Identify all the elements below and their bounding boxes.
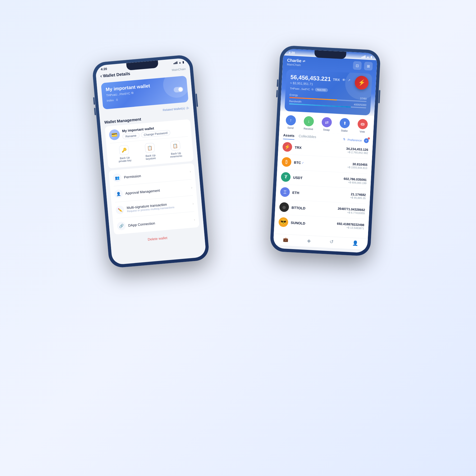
backup-mnemonic-icon: 📋: [170, 140, 180, 151]
action-stake[interactable]: ⬆ Stake: [339, 118, 350, 132]
nav-history-icon: ↺: [329, 239, 334, 245]
action-send[interactable]: ↑ Send: [285, 115, 296, 130]
nav-profile-icon: 👤: [352, 240, 358, 246]
volume-up-button[interactable]: [93, 97, 95, 105]
eth-symbol: ETH: [292, 190, 299, 195]
change-password-button[interactable]: Change Password: [141, 130, 171, 138]
add-asset-button[interactable]: +1: [364, 138, 369, 143]
trx-icon: ⚡: [282, 142, 292, 152]
backup-keystore[interactable]: 📋 Back Up keystore: [144, 143, 156, 161]
wifi-icon: ▲: [178, 61, 181, 64]
page-title: Wallet Details: [103, 71, 130, 78]
wallet-avatar: 💳: [109, 129, 120, 140]
tabs-right: ⇅ Preference +1: [343, 137, 369, 143]
bttold-icon: ◎: [279, 202, 289, 212]
tron-logo: ⚡: [354, 76, 369, 90]
receive-icon: ↓: [304, 116, 314, 127]
sunold-icon: 😎: [278, 217, 289, 227]
permission-icon: 👥: [113, 173, 122, 182]
back-arrow-icon: ‹: [100, 73, 102, 79]
approval-icon: 👤: [114, 189, 123, 199]
signal-icon: [173, 61, 178, 64]
address-copy-icon[interactable]: ⧉: [312, 88, 314, 91]
balance-eye-icon[interactable]: 👁: [342, 78, 346, 82]
tab-collectibles[interactable]: Collectibles: [299, 134, 317, 141]
eth-values: 21.174682 ≈$ 85,885.35: [350, 192, 366, 200]
tab-assets[interactable]: Assets: [283, 133, 295, 140]
wallet-info: My important wallet Rename Change Passwo…: [122, 123, 187, 139]
backup-private-key-icon: 🔑: [119, 145, 129, 155]
nav-assets[interactable]: 💼: [283, 237, 288, 242]
left-phone: 4:20 ▲ ▮: [92, 54, 210, 268]
bttold-values: 2648771.04328662 ≈$ 6.77419355: [337, 207, 365, 214]
battery-icon: ▮: [182, 60, 184, 64]
action-receive[interactable]: ↓ Receive: [303, 116, 314, 131]
chevron-right-icon-3: ›: [192, 201, 194, 205]
nav-collections[interactable]: ◈: [307, 238, 311, 244]
permission-label: Permission: [124, 170, 187, 179]
scan-button[interactable]: ⊞: [364, 62, 373, 71]
btc-symbol: BTC: [294, 160, 301, 164]
status-time-right: 4:20: [289, 51, 295, 55]
backup-mnemonic[interactable]: 📋 Back Up mnemonic: [169, 140, 182, 158]
dapp-label: DApp Connection: [128, 218, 191, 227]
rename-button[interactable]: Rename: [122, 132, 140, 139]
balance-expand-icon[interactable]: ↗: [348, 78, 351, 82]
receive-qr-button[interactable]: ⊡: [353, 61, 362, 70]
swap-icon: ⇄: [322, 117, 332, 127]
action-vote[interactable]: 🎟 Vote: [357, 119, 368, 133]
btc-values: 30.810455 ≈$ 1555,934.813: [347, 162, 368, 170]
nav-history[interactable]: ↺: [329, 239, 334, 245]
right-phone-screen: 4:20 ▲ ▮: [273, 48, 377, 253]
chain-label: MainChain: [172, 67, 186, 72]
usdt-icon: ₮: [281, 172, 291, 182]
sunold-values: 692.418878222498 ≈$ 13.5483871: [337, 222, 364, 230]
chevron-right-icon: ›: [190, 169, 191, 173]
right-signal-icon: [361, 55, 366, 58]
management-card: 💳 My important wallet Rename Change Pass…: [105, 119, 194, 168]
volume-down-button[interactable]: [94, 108, 96, 115]
status-time-left: 4:20: [100, 67, 107, 71]
username-swap-icon[interactable]: ⇌: [303, 59, 305, 63]
dapp-icon: 🔗: [117, 221, 126, 231]
usdt-values: 602,786.035091 ≈$ 606,000.199: [344, 177, 367, 185]
wallet-details-scroll: ‹ Wallet Details MainChain My important …: [96, 65, 206, 262]
right-volume-up-button[interactable]: [277, 79, 278, 87]
main-chain-label: MainChain: [287, 63, 305, 67]
nav-assets-icon: 💼: [283, 237, 288, 242]
wallet-toggle[interactable]: [173, 86, 184, 93]
backup-private-key[interactable]: 🔑 Back Up private key: [117, 145, 132, 163]
right-volume-down-button[interactable]: [276, 90, 278, 97]
header-action-icons: ⊡ ⊞: [353, 61, 373, 71]
copy-icon[interactable]: ⧉: [131, 91, 134, 95]
eth-icon: Ξ: [280, 187, 290, 197]
btc-icon: ₿: [282, 157, 292, 167]
wallet-main-header: Charlie ⇌ MainChain ⊡ ⊞: [280, 55, 377, 116]
wallet-main-screen: Charlie ⇌ MainChain ⊡ ⊞: [273, 55, 377, 250]
action-swap[interactable]: ⇄ Swap: [321, 117, 332, 131]
menu-card: 👥 Permission › 👤 Approval Management ›: [108, 163, 199, 235]
usdt-symbol: USDT: [293, 175, 303, 180]
toggle-thumb: [178, 87, 183, 91]
trx-values: 34,234,453.126 ≈$ 2,760,842.982: [346, 147, 368, 154]
nav-profile[interactable]: 👤: [352, 240, 358, 246]
right-power-button[interactable]: [378, 90, 381, 103]
status-icons-right: ▲ ▮: [361, 55, 372, 59]
trx-symbol: TRX: [295, 145, 302, 149]
back-button[interactable]: ‹ Wallet Details: [100, 71, 130, 79]
preference-label[interactable]: Preference: [347, 138, 362, 142]
btc-verified-icon: ✓: [302, 161, 304, 164]
right-wifi-icon: ▲: [367, 55, 370, 59]
approval-label: Approval Management: [125, 186, 189, 195]
user-section: Charlie ⇌ MainChain: [287, 58, 305, 67]
vote-icon: 🎟: [357, 119, 368, 129]
sort-icon[interactable]: ⇅: [343, 138, 346, 141]
multisig-text: Multi-signature transaction Request or p…: [126, 200, 190, 213]
stake-icon: ⬆: [340, 118, 350, 129]
send-icon: ↑: [286, 115, 296, 126]
wallet-details-screen: ‹ Wallet Details MainChain My important …: [96, 65, 206, 262]
wallet-card: My important wallet THPvaU...Fhn5YC ⧉ In…: [101, 76, 189, 109]
chevron-right-icon-4: ›: [194, 217, 195, 222]
balance-card: 56,456,453.221 TRX 👁 ↗ ≈ $3,951,951.71 T…: [285, 69, 372, 116]
power-button[interactable]: [195, 94, 198, 107]
